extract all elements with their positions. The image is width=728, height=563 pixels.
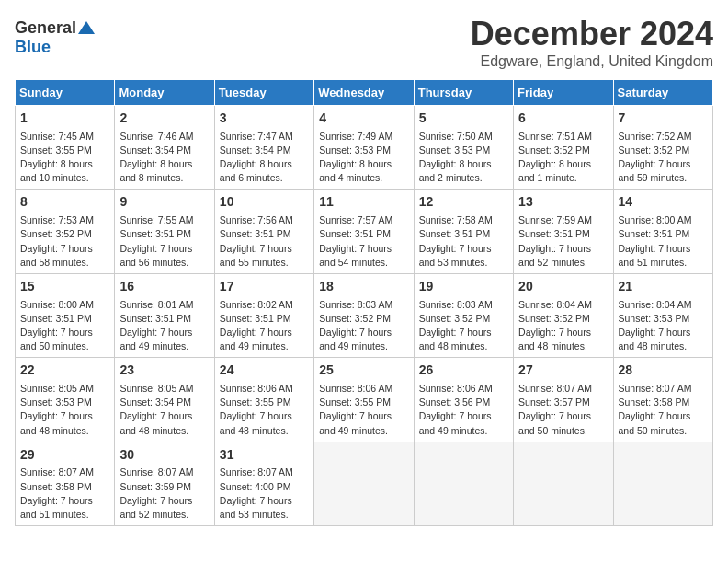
- day-number: 21: [619, 278, 708, 296]
- day-number: 10: [220, 193, 309, 212]
- day-number: 17: [220, 278, 309, 296]
- calendar-cell: 4Sunrise: 7:49 AMSunset: 3:53 PMDaylight…: [314, 106, 414, 190]
- day-number: 23: [119, 362, 209, 380]
- cell-content: Sunrise: 8:07 AMSunset: 4:00 PMDaylight:…: [220, 465, 309, 522]
- calendar-cell: [414, 442, 513, 525]
- calendar-cell: 6Sunrise: 7:51 AMSunset: 3:52 PMDaylight…: [514, 106, 613, 190]
- calendar-cell: 23Sunrise: 8:05 AMSunset: 3:54 PMDayligh…: [115, 358, 214, 442]
- cell-content: Sunrise: 7:56 AMSunset: 3:51 PMDaylight:…: [220, 213, 309, 270]
- logo-blue: Blue: [15, 38, 51, 57]
- column-header-tuesday: Tuesday: [214, 80, 313, 106]
- day-number: 18: [319, 278, 408, 296]
- cell-content: Sunrise: 8:06 AMSunset: 3:55 PMDaylight:…: [319, 382, 408, 438]
- cell-content: Sunrise: 7:57 AMSunset: 3:51 PMDaylight:…: [319, 213, 408, 270]
- cell-content: Sunrise: 8:07 AMSunset: 3:57 PMDaylight:…: [518, 382, 608, 438]
- cell-content: Sunrise: 7:51 AMSunset: 3:52 PMDaylight:…: [518, 130, 608, 186]
- cell-content: Sunrise: 8:06 AMSunset: 3:55 PMDaylight:…: [220, 382, 309, 438]
- cell-content: Sunrise: 7:47 AMSunset: 3:54 PMDaylight:…: [220, 130, 309, 186]
- day-number: 24: [220, 362, 309, 380]
- calendar-cell: 13Sunrise: 7:59 AMSunset: 3:51 PMDayligh…: [514, 190, 613, 273]
- cell-content: Sunrise: 8:07 AMSunset: 3:58 PMDaylight:…: [20, 465, 109, 522]
- cell-content: Sunrise: 8:02 AMSunset: 3:51 PMDaylight:…: [220, 298, 309, 354]
- calendar-cell: 31Sunrise: 8:07 AMSunset: 4:00 PMDayligh…: [214, 442, 313, 525]
- day-number: 9: [119, 193, 209, 212]
- day-number: 15: [20, 278, 109, 296]
- svg-marker-0: [78, 21, 95, 34]
- column-header-sunday: Sunday: [16, 80, 115, 106]
- calendar-cell: 28Sunrise: 8:07 AMSunset: 3:58 PMDayligh…: [613, 358, 712, 442]
- cell-content: Sunrise: 7:50 AMSunset: 3:53 PMDaylight:…: [419, 130, 508, 186]
- cell-content: Sunrise: 8:01 AMSunset: 3:51 PMDaylight:…: [119, 298, 209, 354]
- cell-content: Sunrise: 8:07 AMSunset: 3:58 PMDaylight:…: [619, 382, 708, 438]
- cell-content: Sunrise: 7:46 AMSunset: 3:54 PMDaylight:…: [119, 130, 209, 186]
- day-number: 26: [419, 362, 508, 380]
- calendar-cell: 24Sunrise: 8:06 AMSunset: 3:55 PMDayligh…: [214, 358, 313, 442]
- cell-content: Sunrise: 8:00 AMSunset: 3:51 PMDaylight:…: [619, 213, 708, 270]
- calendar-cell: 1Sunrise: 7:45 AMSunset: 3:55 PMDaylight…: [16, 106, 115, 190]
- column-header-wednesday: Wednesday: [314, 80, 414, 106]
- logo: General Blue: [15, 18, 95, 57]
- calendar-cell: [314, 442, 414, 525]
- day-number: 16: [119, 278, 209, 296]
- day-number: 14: [619, 193, 708, 212]
- calendar-cell: 18Sunrise: 8:03 AMSunset: 3:52 PMDayligh…: [314, 273, 414, 357]
- day-number: 1: [20, 109, 109, 128]
- cell-content: Sunrise: 8:05 AMSunset: 3:54 PMDaylight:…: [119, 382, 209, 438]
- calendar-cell: 8Sunrise: 7:53 AMSunset: 3:52 PMDaylight…: [16, 190, 115, 273]
- calendar-cell: 14Sunrise: 8:00 AMSunset: 3:51 PMDayligh…: [613, 190, 712, 273]
- day-number: 27: [518, 362, 608, 380]
- calendar-cell: 9Sunrise: 7:55 AMSunset: 3:51 PMDaylight…: [115, 190, 214, 273]
- month-title: December 2024: [471, 15, 713, 53]
- calendar-cell: 22Sunrise: 8:05 AMSunset: 3:53 PMDayligh…: [16, 358, 115, 442]
- cell-content: Sunrise: 8:07 AMSunset: 3:59 PMDaylight:…: [119, 465, 209, 522]
- calendar-cell: 7Sunrise: 7:52 AMSunset: 3:52 PMDaylight…: [613, 106, 712, 190]
- calendar-cell: 10Sunrise: 7:56 AMSunset: 3:51 PMDayligh…: [214, 190, 313, 273]
- day-number: 13: [518, 193, 608, 212]
- day-number: 5: [419, 109, 508, 128]
- calendar-week-1: 1Sunrise: 7:45 AMSunset: 3:55 PMDaylight…: [16, 106, 713, 190]
- calendar-cell: 16Sunrise: 8:01 AMSunset: 3:51 PMDayligh…: [115, 273, 214, 357]
- day-number: 25: [319, 362, 408, 380]
- calendar-cell: 15Sunrise: 8:00 AMSunset: 3:51 PMDayligh…: [16, 273, 115, 357]
- header: General Blue December 2024 Edgware, Engl…: [15, 15, 713, 70]
- day-number: 2: [119, 109, 209, 128]
- cell-content: Sunrise: 7:52 AMSunset: 3:52 PMDaylight:…: [619, 130, 708, 186]
- day-number: 7: [619, 109, 708, 128]
- column-header-monday: Monday: [115, 80, 214, 106]
- calendar-cell: [613, 442, 712, 525]
- calendar-week-2: 8Sunrise: 7:53 AMSunset: 3:52 PMDaylight…: [16, 190, 713, 273]
- calendar-body: 1Sunrise: 7:45 AMSunset: 3:55 PMDaylight…: [16, 106, 713, 526]
- calendar-table: SundayMondayTuesdayWednesdayThursdayFrid…: [15, 79, 713, 526]
- calendar-cell: 20Sunrise: 8:04 AMSunset: 3:52 PMDayligh…: [514, 273, 613, 357]
- column-header-thursday: Thursday: [414, 80, 513, 106]
- cell-content: Sunrise: 7:55 AMSunset: 3:51 PMDaylight:…: [119, 213, 209, 270]
- cell-content: Sunrise: 8:04 AMSunset: 3:53 PMDaylight:…: [619, 298, 708, 354]
- day-number: 6: [518, 109, 608, 128]
- calendar-cell: 29Sunrise: 8:07 AMSunset: 3:58 PMDayligh…: [16, 442, 115, 525]
- day-number: 30: [119, 446, 209, 465]
- calendar-week-3: 15Sunrise: 8:00 AMSunset: 3:51 PMDayligh…: [16, 273, 713, 357]
- calendar-cell: 21Sunrise: 8:04 AMSunset: 3:53 PMDayligh…: [613, 273, 712, 357]
- cell-content: Sunrise: 8:03 AMSunset: 3:52 PMDaylight:…: [419, 298, 508, 354]
- calendar-cell: 3Sunrise: 7:47 AMSunset: 3:54 PMDaylight…: [214, 106, 313, 190]
- calendar-cell: [514, 442, 613, 525]
- cell-content: Sunrise: 8:00 AMSunset: 3:51 PMDaylight:…: [20, 298, 109, 354]
- calendar-week-5: 29Sunrise: 8:07 AMSunset: 3:58 PMDayligh…: [16, 442, 713, 525]
- calendar-header-row: SundayMondayTuesdayWednesdayThursdayFrid…: [16, 80, 713, 106]
- logo-general: General: [15, 18, 76, 38]
- calendar-cell: 25Sunrise: 8:06 AMSunset: 3:55 PMDayligh…: [314, 358, 414, 442]
- day-number: 28: [619, 362, 708, 380]
- title-area: December 2024 Edgware, England, United K…: [471, 15, 713, 70]
- day-number: 12: [419, 193, 508, 212]
- logo-bird-icon: [78, 19, 95, 36]
- day-number: 20: [518, 278, 608, 296]
- calendar-cell: 26Sunrise: 8:06 AMSunset: 3:56 PMDayligh…: [414, 358, 513, 442]
- day-number: 4: [319, 109, 408, 128]
- calendar-cell: 19Sunrise: 8:03 AMSunset: 3:52 PMDayligh…: [414, 273, 513, 357]
- calendar-cell: 17Sunrise: 8:02 AMSunset: 3:51 PMDayligh…: [214, 273, 313, 357]
- column-header-saturday: Saturday: [613, 80, 712, 106]
- cell-content: Sunrise: 7:59 AMSunset: 3:51 PMDaylight:…: [518, 213, 608, 270]
- cell-content: Sunrise: 7:49 AMSunset: 3:53 PMDaylight:…: [319, 130, 408, 186]
- cell-content: Sunrise: 8:05 AMSunset: 3:53 PMDaylight:…: [20, 382, 109, 438]
- column-header-friday: Friday: [514, 80, 613, 106]
